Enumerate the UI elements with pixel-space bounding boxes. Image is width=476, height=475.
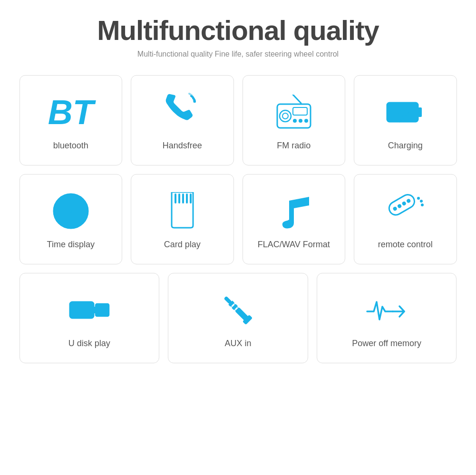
feature-card-fm-radio: FM radio — [243, 75, 346, 165]
svg-point-24 — [406, 198, 411, 204]
music-note-icon — [276, 190, 311, 233]
svg-point-23 — [401, 201, 407, 206]
feature-label-u-disk-play: U disk play — [68, 338, 110, 349]
svg-rect-4 — [293, 107, 307, 115]
sd-card-icon — [167, 190, 198, 233]
feature-label-remote-control: remote control — [378, 239, 433, 250]
radio-icon — [275, 91, 313, 134]
feature-card-remote-control: remote control — [354, 174, 457, 264]
feature-label-charging: Charging — [388, 140, 423, 151]
feature-card-flac-wav: FLAC/WAV Format — [243, 174, 346, 264]
aux-jack-icon — [223, 289, 253, 331]
svg-point-25 — [417, 197, 420, 200]
heartbeat-icon — [365, 289, 408, 331]
bt-icon: BT — [48, 91, 94, 134]
svg-point-29 — [74, 307, 79, 313]
feature-card-bluetooth: BT bluetooth — [19, 75, 123, 165]
svg-point-2 — [280, 110, 291, 122]
feature-label-bluetooth: bluetooth — [53, 140, 88, 151]
feature-label-card-play: Card play — [164, 239, 201, 250]
feature-label-aux-in: AUX in — [224, 338, 251, 349]
svg-point-5 — [293, 119, 297, 123]
feature-card-aux-in: AUX in — [168, 273, 308, 363]
svg-point-27 — [421, 204, 424, 206]
battery-icon — [386, 91, 424, 134]
svg-rect-34 — [96, 304, 109, 316]
page-title: Multifunctional quality — [97, 14, 379, 46]
features-grid-row3: U disk play — [19, 273, 457, 363]
svg-point-21 — [392, 206, 398, 211]
remote-control-icon — [385, 190, 426, 233]
feature-card-time-display: Time display — [19, 174, 123, 264]
svg-point-3 — [282, 113, 288, 119]
svg-point-22 — [397, 204, 402, 209]
clock-icon — [52, 190, 90, 233]
feature-label-handsfree: Handsfree — [163, 140, 202, 151]
feature-label-flac-wav: FLAC/WAV Format — [258, 239, 330, 250]
features-grid-row2: Time display Card play — [19, 174, 457, 264]
feature-card-card-play: Card play — [131, 174, 234, 264]
svg-point-7 — [304, 119, 308, 123]
feature-label-time-display: Time display — [47, 239, 95, 250]
svg-rect-20 — [387, 194, 417, 217]
feature-card-u-disk-play: U disk play — [19, 273, 160, 363]
feature-label-fm-radio: FM radio — [277, 140, 311, 151]
svg-rect-9 — [418, 107, 422, 117]
svg-point-26 — [420, 200, 423, 203]
feature-card-charging: Charging — [354, 75, 457, 165]
features-grid-row1: BT bluetooth Handsfree — [19, 75, 457, 165]
feature-label-power-off-memory: Power off memory — [352, 338, 421, 349]
page-subtitle: Multi-functional quality Fine life, safe… — [137, 50, 339, 58]
phone-icon — [165, 91, 200, 134]
svg-rect-38 — [94, 307, 96, 313]
feature-card-power-off-memory: Power off memory — [317, 273, 457, 363]
feature-card-handsfree: Handsfree — [131, 75, 234, 165]
svg-point-6 — [299, 119, 302, 123]
usb-icon — [68, 289, 111, 331]
svg-line-0 — [293, 95, 301, 103]
